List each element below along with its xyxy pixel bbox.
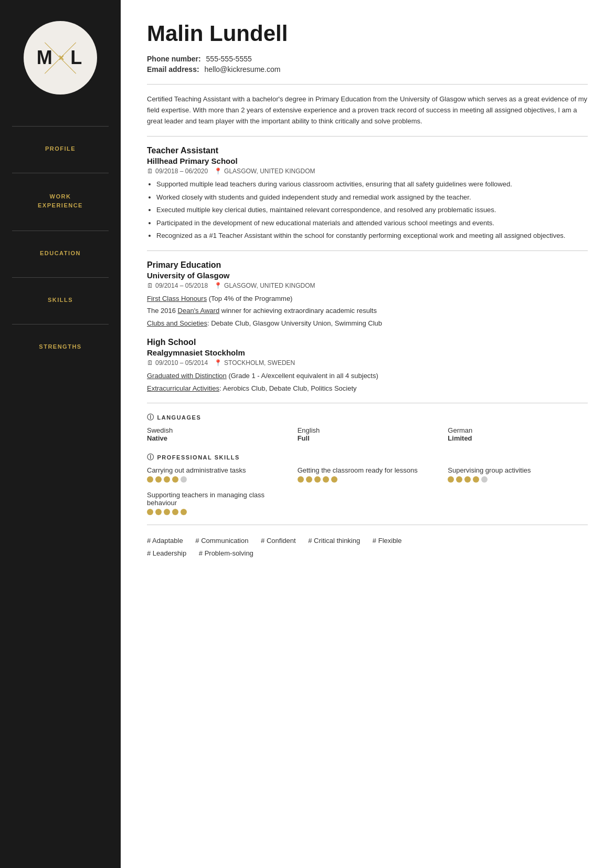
lang-english-name: English	[298, 426, 438, 434]
edu-1-clubs-label: Clubs and Societies	[147, 319, 207, 327]
job-dates: 09/2018 – 06/2020	[155, 168, 208, 175]
edu-1-honours-desc: (Top 4% of the Programme)	[209, 295, 293, 302]
dot	[473, 476, 479, 483]
edu-2-detail3: Extracurricular Activities: Aerobics Clu…	[147, 383, 588, 394]
bullet-3: Executed multiple key clerical duties, m…	[156, 205, 588, 215]
lang-swedish-level: Native	[147, 434, 287, 442]
sidebar-label-work: WORKEXPERIENCE	[38, 192, 83, 210]
contact-info: Phone number: 555-555-5555 Email address…	[147, 55, 588, 74]
edu-2: High School Realgymnasiet Stockholm 🗓 09…	[147, 338, 588, 393]
edu-1-location-icon: 📍	[214, 282, 222, 289]
strengths-list: # Adaptable # Communication # Confident …	[147, 535, 588, 559]
dot	[172, 476, 178, 483]
bullet-1: Supported multiple lead teachers during …	[156, 179, 588, 190]
edu-2-distinction-desc: (Grade 1 - A/excellent equivalent in all…	[228, 372, 378, 380]
dot	[172, 509, 178, 515]
bullet-2: Worked closely with students and guided …	[156, 192, 588, 203]
edu-1-detail3: Clubs and Societies: Debate Club, Glasgo…	[147, 318, 588, 329]
info-icon-prof: ⓘ	[147, 453, 155, 462]
job-company: Hillhead Primary School	[147, 156, 588, 165]
job-title: Teacher Assistant	[147, 146, 588, 155]
education-section: Primary Education University of Glasgow …	[147, 260, 588, 394]
dot	[464, 476, 471, 483]
avatar: M × L	[24, 21, 97, 95]
edu-1-institution: University of Glasgow	[147, 271, 588, 280]
dot	[298, 476, 304, 483]
dot	[164, 509, 170, 515]
skill-classroom-name: Getting the classroom ready for lessons	[298, 466, 438, 474]
divider-work	[147, 136, 588, 137]
edu-1-detail1: First Class Honours (Top 4% of the Progr…	[147, 294, 588, 304]
strength-problem-solving: # Problem-solving	[199, 549, 253, 557]
job-bullets: Supported multiple lead teachers during …	[147, 179, 588, 241]
skill-supervising-name: Supervising group activities	[448, 466, 588, 474]
lang-german: German Limited	[448, 426, 588, 442]
dot	[147, 509, 153, 515]
strength-adaptable: # Adaptable	[147, 537, 183, 545]
sidebar-label-education: EDUCATION	[40, 250, 81, 256]
strength-confident: # Confident	[261, 537, 296, 545]
dot	[155, 509, 162, 515]
dot	[147, 476, 153, 483]
dot	[155, 476, 162, 483]
lang-english-level: Full	[298, 434, 438, 442]
sidebar-divider-1	[12, 126, 109, 127]
sidebar-label-strengths: STRENGTHS	[39, 343, 81, 350]
dot	[181, 509, 187, 515]
skill-admin: Carrying out administrative tasks	[147, 466, 287, 483]
edu-1-meta: 🗓 09/2014 – 05/2018 📍 GLASGOW, UNITED KI…	[147, 282, 588, 289]
profile-section: Certified Teaching Assistant with a bach…	[147, 94, 588, 127]
edu-1-honours: First Class Honours	[147, 295, 207, 302]
sidebar-divider-4	[12, 277, 109, 278]
dot	[331, 476, 337, 483]
dot	[456, 476, 462, 483]
edu-2-distinction: Graduated with Distinction	[147, 372, 227, 380]
job-meta: 🗓 09/2018 – 06/2020 📍 GLASGOW, UNITED KI…	[147, 168, 588, 175]
lang-swedish: Swedish Native	[147, 426, 287, 442]
lang-swedish-name: Swedish	[147, 426, 287, 434]
candidate-name: Malin Lundell	[147, 21, 588, 46]
prof-skills-header: ⓘ PROFESSIONAL SKILLS	[147, 453, 588, 462]
skill-supervising-dots	[448, 476, 588, 483]
phone-value: 555-555-5555	[206, 55, 252, 63]
prof-skills-label: PROFESSIONAL SKILLS	[157, 454, 240, 461]
dot	[323, 476, 329, 483]
lang-english: English Full	[298, 426, 438, 442]
profile-text: Certified Teaching Assistant with a bach…	[147, 94, 588, 127]
dot	[314, 476, 321, 483]
strengths-section: # Adaptable # Communication # Confident …	[147, 535, 588, 559]
strength-critical: # Critical thinking	[308, 537, 360, 545]
edu-2-meta: 🗓 09/2010 – 05/2014 📍 STOCKHOLM, SWEDEN	[147, 359, 588, 367]
sidebar-label-skills: SKILLS	[48, 297, 73, 303]
sidebar-divider-5	[12, 324, 109, 325]
info-icon-lang: ⓘ	[147, 413, 155, 422]
edu-2-location: STOCKHOLM, SWEDEN	[224, 359, 295, 367]
sidebar-divider-2	[12, 173, 109, 173]
dot	[481, 476, 488, 483]
edu-2-detail1: Graduated with Distinction (Grade 1 - A/…	[147, 371, 588, 381]
divider-education	[147, 250, 588, 251]
job-location: GLASGOW, UNITED KINGDOM	[224, 168, 315, 175]
skills-section: ⓘ LANGUAGES Swedish Native English Full …	[147, 413, 588, 515]
divider-strengths	[147, 525, 588, 525]
edu-1-calendar-icon: 🗓	[147, 282, 153, 289]
strength-leadership: # Leadership	[147, 549, 186, 557]
edu-1-award: Dean's Award	[178, 307, 220, 315]
dot	[306, 476, 312, 483]
content-area: Malin Lundell Phone number: 555-555-5555…	[121, 0, 614, 868]
edu-2-dates: 09/2010 – 05/2014	[155, 359, 208, 367]
edu-2-degree: High School	[147, 338, 588, 347]
edu-2-location-icon: 📍	[214, 359, 222, 367]
dot	[181, 476, 187, 483]
calendar-icon: 🗓	[147, 168, 153, 175]
strength-communication: # Communication	[195, 537, 248, 545]
skill-supporting-name: Supporting teachers in managing class be…	[147, 491, 287, 507]
bullet-4: Participated in the development of new e…	[156, 218, 588, 228]
prof-skills-row2: Supporting teachers in managing class be…	[147, 491, 588, 515]
divider-skills	[147, 403, 588, 403]
lang-german-name: German	[448, 426, 588, 434]
skill-supporting-dots	[147, 509, 287, 515]
languages-grid: Swedish Native English Full German Limit…	[147, 426, 588, 442]
dot	[164, 476, 170, 483]
email-value: hello@kickresume.com	[205, 65, 281, 74]
